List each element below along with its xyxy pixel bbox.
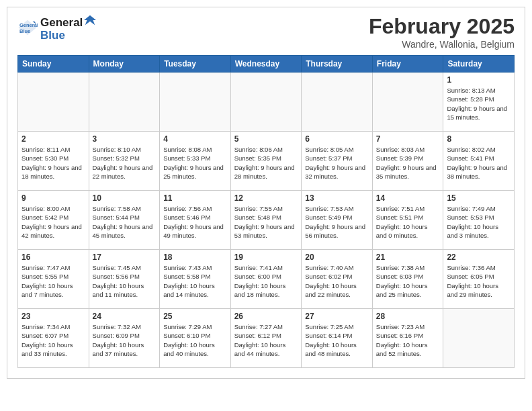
calendar-cell — [302, 73, 373, 132]
calendar-cell: 7Sunrise: 8:03 AMSunset: 5:39 PMDaylight… — [372, 132, 443, 191]
day-number: 9 — [21, 193, 85, 203]
logo-blue: Blue — [40, 30, 96, 41]
logo-general: General — [40, 16, 83, 30]
calendar-cell: 4Sunrise: 8:08 AMSunset: 5:33 PMDaylight… — [160, 132, 231, 191]
day-info: Sunrise: 7:49 AMSunset: 5:53 PMDaylight:… — [447, 204, 511, 240]
day-info: Sunrise: 7:55 AMSunset: 5:48 PMDaylight:… — [234, 204, 298, 240]
weekday-header-tuesday: Tuesday — [160, 56, 231, 73]
day-info: Sunrise: 7:58 AMSunset: 5:44 PMDaylight:… — [93, 204, 157, 240]
calendar-cell: 2Sunrise: 8:11 AMSunset: 5:30 PMDaylight… — [18, 132, 89, 191]
calendar-cell: 14Sunrise: 7:51 AMSunset: 5:51 PMDayligh… — [372, 191, 443, 250]
month-title: February 2025 — [369, 14, 515, 39]
day-number: 2 — [21, 134, 85, 144]
calendar-cell — [160, 73, 231, 132]
weekday-header-sunday: Sunday — [18, 56, 89, 73]
logo-bird-icon — [84, 14, 96, 26]
day-number: 24 — [93, 312, 157, 321]
day-info: Sunrise: 7:56 AMSunset: 5:46 PMDaylight:… — [163, 204, 227, 240]
week-row-2: 2Sunrise: 8:11 AMSunset: 5:30 PMDaylight… — [18, 132, 515, 191]
calendar-cell: 15Sunrise: 7:49 AMSunset: 5:53 PMDayligh… — [443, 191, 515, 250]
weekday-header-wednesday: Wednesday — [230, 56, 302, 73]
day-info: Sunrise: 7:34 AMSunset: 6:07 PMDaylight:… — [21, 322, 85, 358]
day-number: 19 — [234, 253, 298, 262]
svg-marker-5 — [84, 15, 96, 25]
calendar-cell: 22Sunrise: 7:36 AMSunset: 6:05 PMDayligh… — [443, 250, 515, 309]
day-number: 13 — [305, 193, 369, 203]
day-number: 14 — [376, 193, 440, 203]
day-info: Sunrise: 7:29 AMSunset: 6:10 PMDaylight:… — [163, 322, 227, 358]
calendar-cell: 18Sunrise: 7:43 AMSunset: 5:58 PMDayligh… — [160, 250, 231, 309]
title-section: February 2025 Wandre, Wallonia, Belgium — [369, 14, 515, 50]
calendar-cell: 9Sunrise: 8:00 AMSunset: 5:42 PMDaylight… — [18, 191, 89, 250]
day-info: Sunrise: 8:00 AMSunset: 5:42 PMDaylight:… — [21, 204, 85, 240]
calendar-cell: 16Sunrise: 7:47 AMSunset: 5:55 PMDayligh… — [18, 250, 89, 309]
day-number: 10 — [93, 193, 157, 203]
day-number: 16 — [21, 253, 85, 262]
day-number: 20 — [305, 253, 369, 262]
calendar-cell — [18, 73, 89, 132]
day-number: 25 — [163, 312, 227, 321]
week-row-1: 1Sunrise: 8:13 AMSunset: 5:28 PMDaylight… — [18, 73, 515, 132]
calendar-cell: 11Sunrise: 7:56 AMSunset: 5:46 PMDayligh… — [160, 191, 231, 250]
day-info: Sunrise: 7:47 AMSunset: 5:55 PMDaylight:… — [21, 263, 85, 299]
weekday-header-row: SundayMondayTuesdayWednesdayThursdayFrid… — [18, 56, 515, 73]
day-info: Sunrise: 7:23 AMSunset: 6:16 PMDaylight:… — [376, 322, 440, 358]
day-info: Sunrise: 7:45 AMSunset: 5:56 PMDaylight:… — [93, 263, 157, 299]
day-info: Sunrise: 7:41 AMSunset: 6:00 PMDaylight:… — [234, 263, 298, 299]
day-info: Sunrise: 7:51 AMSunset: 5:51 PMDaylight:… — [376, 204, 440, 240]
day-info: Sunrise: 7:25 AMSunset: 6:14 PMDaylight:… — [305, 322, 369, 358]
day-info: Sunrise: 8:11 AMSunset: 5:30 PMDaylight:… — [21, 145, 85, 181]
day-info: Sunrise: 7:32 AMSunset: 6:09 PMDaylight:… — [93, 322, 157, 358]
day-number: 15 — [447, 193, 511, 203]
calendar-cell — [443, 309, 515, 368]
weekday-header-friday: Friday — [372, 56, 443, 73]
day-info: Sunrise: 8:10 AMSunset: 5:32 PMDaylight:… — [93, 145, 157, 181]
calendar-cell: 12Sunrise: 7:55 AMSunset: 5:48 PMDayligh… — [230, 191, 302, 250]
calendar-cell: 25Sunrise: 7:29 AMSunset: 6:10 PMDayligh… — [160, 309, 231, 368]
day-number: 8 — [447, 134, 511, 144]
calendar-cell: 24Sunrise: 7:32 AMSunset: 6:09 PMDayligh… — [89, 309, 160, 368]
day-number: 3 — [93, 134, 157, 144]
day-info: Sunrise: 8:06 AMSunset: 5:35 PMDaylight:… — [234, 145, 298, 181]
day-info: Sunrise: 7:53 AMSunset: 5:49 PMDaylight:… — [305, 204, 369, 240]
day-number: 27 — [305, 312, 369, 321]
calendar-cell: 21Sunrise: 7:38 AMSunset: 6:03 PMDayligh… — [372, 250, 443, 309]
calendar-cell — [89, 73, 160, 132]
day-number: 17 — [93, 253, 157, 262]
day-info: Sunrise: 8:08 AMSunset: 5:33 PMDaylight:… — [163, 145, 227, 181]
calendar-cell: 28Sunrise: 7:23 AMSunset: 6:16 PMDayligh… — [372, 309, 443, 368]
calendar-cell: 3Sunrise: 8:10 AMSunset: 5:32 PMDaylight… — [89, 132, 160, 191]
day-info: Sunrise: 8:13 AMSunset: 5:28 PMDaylight:… — [447, 86, 511, 122]
week-row-5: 23Sunrise: 7:34 AMSunset: 6:07 PMDayligh… — [18, 309, 515, 368]
calendar-cell: 17Sunrise: 7:45 AMSunset: 5:56 PMDayligh… — [89, 250, 160, 309]
calendar-cell: 8Sunrise: 8:02 AMSunset: 5:41 PMDaylight… — [443, 132, 515, 191]
calendar-cell — [230, 73, 302, 132]
day-info: Sunrise: 7:38 AMSunset: 6:03 PMDaylight:… — [376, 263, 440, 299]
day-info: Sunrise: 8:02 AMSunset: 5:41 PMDaylight:… — [447, 145, 511, 181]
day-info: Sunrise: 7:40 AMSunset: 6:02 PMDaylight:… — [305, 263, 369, 299]
page-header: General Blue General Blue February 2025 … — [17, 14, 515, 50]
calendar-page: General Blue General Blue February 2025 … — [7, 7, 525, 379]
day-info: Sunrise: 8:03 AMSunset: 5:39 PMDaylight:… — [376, 145, 440, 181]
day-number: 11 — [163, 193, 227, 203]
day-number: 23 — [21, 312, 85, 321]
day-info: Sunrise: 8:05 AMSunset: 5:37 PMDaylight:… — [305, 145, 369, 181]
calendar-cell — [372, 73, 443, 132]
calendar-cell: 23Sunrise: 7:34 AMSunset: 6:07 PMDayligh… — [18, 309, 89, 368]
location: Wandre, Wallonia, Belgium — [369, 39, 515, 50]
calendar-cell: 1Sunrise: 8:13 AMSunset: 5:28 PMDaylight… — [443, 73, 515, 132]
calendar-cell: 20Sunrise: 7:40 AMSunset: 6:02 PMDayligh… — [302, 250, 373, 309]
calendar-cell: 13Sunrise: 7:53 AMSunset: 5:49 PMDayligh… — [302, 191, 373, 250]
day-number: 1 — [447, 75, 511, 85]
svg-text:Blue: Blue — [19, 28, 30, 34]
calendar-cell: 6Sunrise: 8:05 AMSunset: 5:37 PMDaylight… — [302, 132, 373, 191]
day-number: 28 — [376, 312, 440, 321]
week-row-3: 9Sunrise: 8:00 AMSunset: 5:42 PMDaylight… — [18, 191, 515, 250]
day-info: Sunrise: 7:36 AMSunset: 6:05 PMDaylight:… — [447, 263, 511, 299]
day-number: 5 — [234, 134, 298, 144]
calendar-cell: 27Sunrise: 7:25 AMSunset: 6:14 PMDayligh… — [302, 309, 373, 368]
weekday-header-monday: Monday — [89, 56, 160, 73]
calendar-cell: 5Sunrise: 8:06 AMSunset: 5:35 PMDaylight… — [230, 132, 302, 191]
calendar-cell: 26Sunrise: 7:27 AMSunset: 6:12 PMDayligh… — [230, 309, 302, 368]
day-number: 6 — [305, 134, 369, 144]
